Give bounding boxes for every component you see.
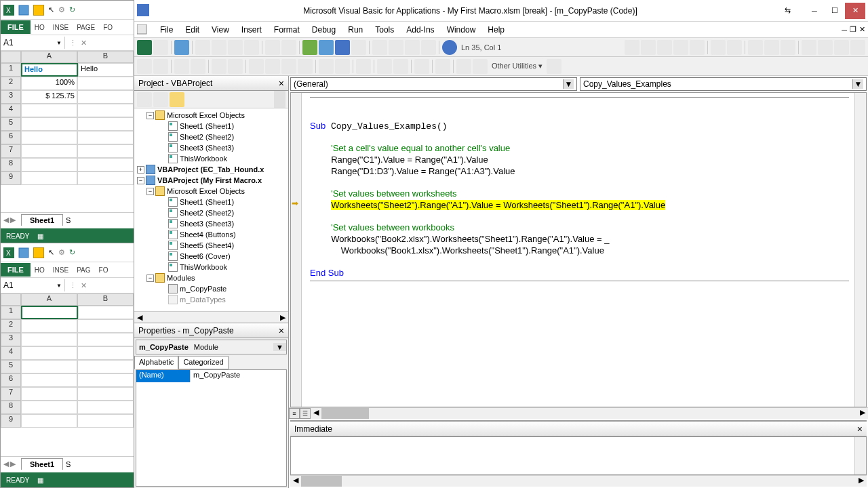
name-box[interactable]: A1▼ [1, 37, 65, 49]
menu-window[interactable]: Window [441, 24, 481, 36]
menu-addins[interactable]: Add-Ins [401, 24, 439, 36]
view-object-icon[interactable] [153, 92, 168, 107]
sheet-next-icon[interactable]: ▶ [10, 460, 16, 468]
tools-icon[interactable] [850, 40, 865, 55]
tools-icon[interactable]: ⚙ [58, 5, 65, 14]
row-2-header[interactable]: 2 [1, 77, 21, 90]
procedure-view-icon[interactable]: ≡ [289, 408, 300, 419]
indent-icon[interactable] [711, 40, 726, 55]
cell-b1[interactable]: Hello [78, 63, 134, 77]
save-icon[interactable] [18, 247, 29, 258]
save-icon[interactable] [174, 40, 189, 55]
refresh-icon[interactable]: ↻ [69, 248, 75, 257]
page-tab[interactable]: PAGE [73, 21, 99, 34]
sheet-next-icon[interactable]: ▶ [10, 216, 16, 224]
properties-icon[interactable] [389, 40, 403, 55]
project-vscroll-up[interactable] [274, 91, 285, 108]
next-bookmark-icon[interactable] [781, 40, 795, 55]
tool-17-icon[interactable] [435, 59, 450, 74]
view-excel-icon[interactable] [137, 40, 152, 55]
hscroll-right-icon[interactable]: ▶ [857, 408, 868, 419]
formulas-tab[interactable]: FO [99, 21, 117, 34]
menu-view[interactable]: View [206, 24, 235, 36]
sheet-partial-2[interactable]: S [63, 459, 73, 470]
sheet1-tab-2[interactable]: Sheet1 [21, 458, 63, 470]
full-module-view-icon[interactable]: ☰ [300, 408, 311, 419]
tool-18-icon[interactable] [456, 59, 471, 74]
select-all-corner[interactable] [1, 293, 21, 306]
immediate-close-icon[interactable]: × [857, 424, 863, 434]
tool-6-icon[interactable] [228, 59, 243, 74]
tree-modules[interactable]: Modules [167, 274, 195, 282]
tree-p2-sheet2[interactable]: Sheet2 (Sheet2) [180, 209, 234, 217]
close-button[interactable]: ✕ [845, 3, 865, 19]
project-hscroll[interactable]: ◀▶ [134, 311, 288, 323]
code-margin[interactable]: ➡ [291, 93, 302, 407]
tree-sheet1[interactable]: Sheet1 (Sheet1) [180, 122, 234, 130]
find-icon[interactable] [244, 40, 259, 55]
macro-icon[interactable]: ▦ [37, 476, 43, 484]
cell-a1[interactable]: Hello [21, 63, 78, 77]
tool-12-icon[interactable] [335, 59, 350, 74]
break-icon[interactable] [319, 40, 334, 55]
col-b-header[interactable]: B [77, 293, 134, 306]
properties-close-icon[interactable]: × [279, 325, 284, 336]
run-icon[interactable] [302, 40, 317, 55]
tool-7-icon[interactable] [249, 59, 264, 74]
vba-shortcut-icon[interactable] [33, 5, 44, 16]
file-tab[interactable]: FILE [1, 20, 31, 34]
col-a-header[interactable]: A [21, 293, 77, 306]
code-editor[interactable]: ➡ Sub Copy_Values_Examples() 'Set a cell… [290, 92, 867, 407]
properties-grid[interactable]: (Name) m_CopyPaste [136, 369, 287, 487]
tool-4-icon[interactable] [191, 59, 205, 74]
tool-1-icon[interactable] [137, 59, 152, 74]
redo-icon[interactable] [281, 40, 296, 55]
step-out-icon[interactable] [657, 40, 672, 55]
sheet-partial[interactable]: S [63, 215, 73, 226]
tool-8-icon[interactable] [265, 59, 280, 74]
sheet-prev-icon[interactable]: ◀ [3, 460, 9, 468]
watch-icon[interactable] [690, 40, 705, 55]
comment-block-icon[interactable] [802, 40, 816, 55]
tool-2-icon[interactable] [153, 59, 168, 74]
restore-down-icon[interactable]: ⇆ [785, 6, 791, 15]
toolbox-icon[interactable] [421, 40, 436, 55]
tree-p2-sheet1[interactable]: Sheet1 (Sheet1) [180, 198, 234, 206]
tree-p2-sheet5[interactable]: Sheet5 (Sheet4) [180, 241, 234, 249]
hscroll-left-icon[interactable]: ◀ [311, 408, 321, 419]
step-over-icon[interactable] [641, 40, 656, 55]
tool-15-icon[interactable] [393, 59, 408, 74]
tree-expand-icon[interactable]: + [137, 166, 144, 174]
object-dropdown[interactable]: (General)▼ [290, 77, 577, 91]
tree-collapse-icon[interactable]: − [146, 274, 154, 282]
cell-a1-wb2[interactable] [21, 306, 78, 319]
code-text[interactable]: Sub Copy_Values_Examples() 'Set a cell's… [304, 93, 854, 407]
cell-a3[interactable]: $ 125.75 [21, 90, 77, 104]
name-box-2[interactable]: A1▼ [1, 279, 65, 291]
vba-shortcut-icon[interactable] [33, 247, 44, 258]
properties-object-dropdown[interactable]: m_CopyPaste Module ▼ [136, 340, 287, 354]
menu-tools[interactable]: Tools [370, 24, 399, 36]
tree-collapse-icon[interactable]: − [146, 112, 154, 119]
project-close-icon[interactable]: × [279, 78, 284, 89]
cut-icon[interactable] [195, 40, 210, 55]
project-tree[interactable]: −Microsoft Excel Objects Sheet1 (Sheet1)… [134, 108, 288, 311]
design-mode-icon[interactable] [351, 40, 366, 55]
insert-module-icon[interactable] [153, 40, 168, 55]
tree-p2-sheet6[interactable]: Sheet6 (Cover) [180, 252, 231, 260]
immediate-hscroll[interactable]: ◀▶ [290, 475, 867, 487]
paste-icon[interactable] [228, 40, 243, 55]
home-tab[interactable]: HO [31, 264, 49, 277]
reset-icon[interactable] [335, 40, 350, 55]
menu-run[interactable]: Run [342, 24, 368, 36]
tree-collapse-icon[interactable]: − [137, 177, 144, 184]
toggle-folders-icon[interactable] [170, 92, 184, 107]
project-explorer-icon[interactable] [372, 40, 387, 55]
undo-icon[interactable] [265, 40, 280, 55]
cancel-icon[interactable]: ✕ [81, 39, 87, 47]
tool-14-icon[interactable] [377, 59, 392, 74]
property-name-value[interactable]: m_CopyPaste [191, 370, 286, 382]
immediate-input[interactable] [291, 437, 854, 474]
immediate-vscroll[interactable] [854, 437, 866, 474]
row-3-header[interactable]: 3 [1, 90, 21, 104]
